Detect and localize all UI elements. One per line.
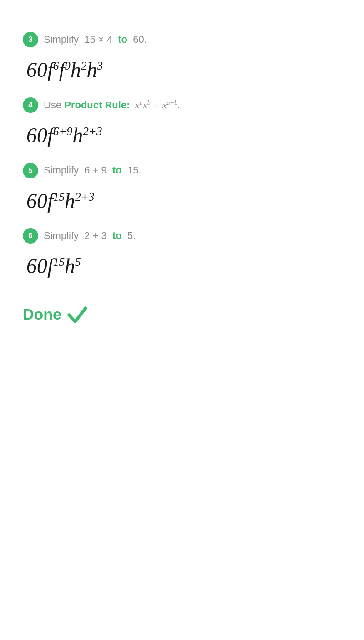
- step-3-math: 60f6f9h2h3: [26, 56, 341, 84]
- done-label: Done: [23, 305, 61, 323]
- step-4-description: Use Product Rule: xaxb = xa+b.: [44, 99, 180, 111]
- step-6-keyword: to: [112, 230, 122, 241]
- step-5-description: Simplify 6 + 9 to 15.: [44, 163, 142, 178]
- step-6-row: 6 Simplify 2 + 3 to 5.: [23, 228, 341, 244]
- step-5-badge: 5: [23, 163, 38, 178]
- step-5-keyword: to: [112, 164, 122, 176]
- step-6-badge: 6: [23, 228, 38, 244]
- step-4-rule-math: xaxb = xa+b.: [132, 99, 180, 111]
- done-row: Done: [23, 303, 341, 325]
- step-5-section: 5 Simplify 6 + 9 to 15. 60f15h2+3: [23, 163, 341, 215]
- step-6-description: Simplify 2 + 3 to 5.: [44, 229, 136, 243]
- step-3-description: Simplify 15 × 4 to 60.: [44, 33, 147, 47]
- step-6-math: 60f15h5: [26, 253, 341, 280]
- step-3-section: 3 Simplify 15 × 4 to 60. 60f6f9h2h3: [23, 32, 341, 84]
- step-4-section: 4 Use Product Rule: xaxb = xa+b. 60f6+9h…: [23, 97, 341, 149]
- step-4-keyword: Product Rule:: [64, 99, 130, 111]
- step-6-section: 6 Simplify 2 + 3 to 5. 60f15h5: [23, 228, 341, 280]
- step-4-math: 60f6+9h2+3: [26, 122, 341, 149]
- step-3-keyword: to: [118, 34, 127, 45]
- step-3-row: 3 Simplify 15 × 4 to 60.: [23, 32, 341, 47]
- step-5-math: 60f15h2+3: [26, 188, 341, 215]
- step-4-row: 4 Use Product Rule: xaxb = xa+b.: [23, 97, 341, 113]
- step-5-row: 5 Simplify 6 + 9 to 15.: [23, 163, 341, 178]
- checkmark-icon: [66, 303, 89, 325]
- step-3-badge: 3: [23, 32, 38, 47]
- step-4-badge: 4: [23, 97, 38, 113]
